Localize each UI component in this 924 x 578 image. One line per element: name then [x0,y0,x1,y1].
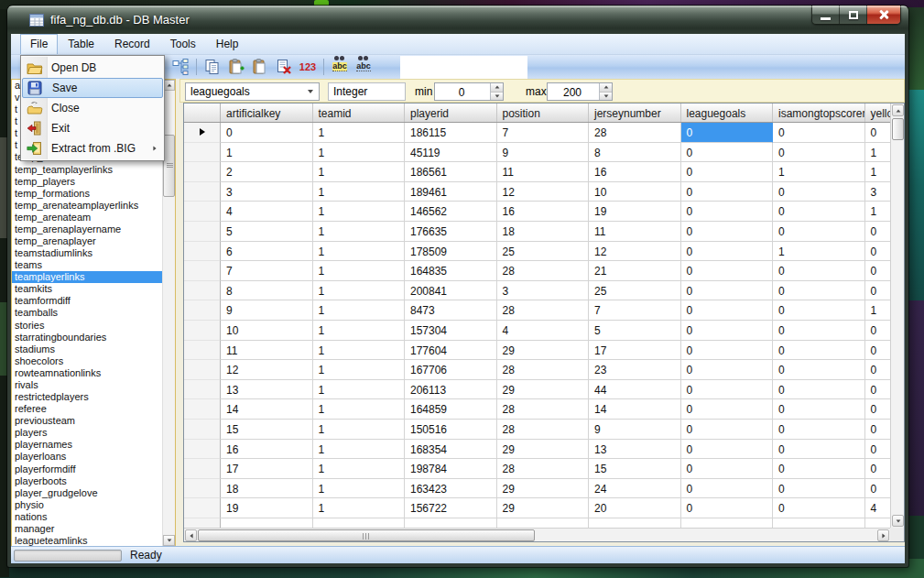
scroll-up-button[interactable] [892,104,904,116]
grid-cell-artificialkey[interactable]: 16 [221,440,313,460]
grid-cell-playerid[interactable]: 178509 [405,242,497,262]
row-header[interactable] [184,360,221,380]
max-spin-up[interactable] [600,83,612,93]
row-header[interactable] [184,479,221,499]
grid-cell-teamid[interactable]: 1 [313,281,406,301]
scrollbar-thumb[interactable] [198,529,535,541]
grid-cell-isamongtopscorers[interactable]: 0 [773,123,865,143]
grid-cell-yellowcards[interactable]: 1 [865,300,891,321]
close-button[interactable] [867,5,900,24]
table-item-teamformdiff[interactable]: teamformdiff [12,295,162,307]
title-bar[interactable]: fifa_ng_db.db - DB Master [7,5,908,34]
table-item-teamstadiumlinks[interactable]: teamstadiumlinks [12,247,162,259]
table-item-playerformdiff[interactable]: playerformdiff [12,463,162,475]
grid-cell-yellowcards[interactable]: 0 [865,242,891,262]
table-item-temp_arenateamplayerlinks[interactable]: temp_arenateamplayerlinks [12,200,162,212]
find-replace-icon[interactable]: abc [330,57,350,77]
row-header[interactable] [184,399,221,420]
scroll-right-button[interactable] [877,529,889,541]
grid-cell-teamid[interactable]: 1 [313,162,406,182]
grid-cell-yellowcards[interactable]: 0 [865,360,891,380]
grid-cell-leaguegoals[interactable]: 0 [681,242,774,262]
table-item-stories[interactable]: stories [12,320,162,332]
grid-cell-isamongtopscorers[interactable]: 0 [773,498,865,518]
grid-cell-jerseynumber[interactable]: 25 [589,281,681,301]
find-icon[interactable]: abc [353,57,374,77]
row-header[interactable] [184,498,221,518]
max-spin-down[interactable] [600,93,612,101]
scroll-down-button[interactable] [163,535,175,546]
grid-cell-leaguegoals[interactable]: 0 [681,498,774,518]
grid-cell-artificialkey[interactable]: 18 [221,479,313,499]
grid-cell-playerid[interactable]: 45119 [405,143,497,163]
paste-add-icon[interactable] [226,57,246,77]
table-item-teams[interactable]: teams [12,259,162,271]
grid-cell-position[interactable]: 28 [497,360,590,380]
grid-cell-playerid[interactable]: 164859 [405,399,497,420]
grid-cell-jerseynumber[interactable]: 12 [589,242,681,262]
grid-cell-position[interactable]: 3 [497,281,590,301]
grid-cell-leaguegoals[interactable]: 0 [681,440,774,460]
table-item-previousteam[interactable]: previousteam [12,415,162,427]
grid-cell-yellowcards[interactable]: 4 [865,498,891,518]
grid-cell-yellowcards[interactable]: 1 [865,162,891,182]
grid-cell-leaguegoals[interactable]: 0 [681,162,774,182]
grid-cell-jerseynumber[interactable]: 28 [589,123,681,143]
grid-cell-teamid[interactable]: 1 [313,242,406,262]
grid-cell-leaguegoals[interactable]: 0 [681,202,774,222]
grid-cell-yellowcards[interactable]: 0 [865,420,891,440]
grid-cell-isamongtopscorers[interactable]: 0 [773,459,865,479]
column-header-yellowcards[interactable]: yellowcards [865,104,891,122]
grid-cell-jerseynumber[interactable]: 19 [589,202,681,222]
grid-cell-artificialkey[interactable]: 1 [221,143,313,163]
grid-cell-artificialkey[interactable]: 11 [221,341,313,361]
grid-cell-yellowcards[interactable]: 0 [865,341,891,361]
grid-cell-leaguegoals[interactable]: 0 [681,222,774,242]
grid-cell-position[interactable]: 29 [497,341,590,361]
grid-cell-yellowcards[interactable]: 0 [865,281,891,301]
menu-file[interactable]: File [20,34,58,54]
row-header[interactable] [184,261,221,281]
paste-icon[interactable] [250,57,270,77]
row-header[interactable] [184,242,221,262]
table-item-player_grudgelove[interactable]: player_grudgelove [12,487,162,499]
grid-cell-position[interactable]: 28 [497,261,590,281]
column-header-position[interactable]: position [497,104,590,122]
column-header-isamongtopscorers[interactable]: isamongtopscorers [773,104,865,122]
grid-cell-yellowcards[interactable]: 0 [865,380,891,400]
row-header[interactable] [184,420,221,440]
row-header[interactable] [184,440,221,460]
grid-cell-jerseynumber[interactable]: 11 [589,222,681,242]
grid-cell-teamid[interactable]: 1 [313,459,406,479]
grid-cell-yellowcards[interactable]: 1 [865,202,891,222]
grid-cell-artificialkey[interactable]: 0 [221,123,313,143]
file-menu-item-extract-from-big[interactable]: Extract from .BIG [22,138,163,158]
grid-cell-isamongtopscorers[interactable]: 0 [773,341,865,361]
grid-cell-position[interactable]: 28 [497,420,590,440]
grid-cell-isamongtopscorers[interactable]: 1 [773,162,865,182]
row-header[interactable] [184,321,221,341]
table-item-temp_teamplayerlinks[interactable]: temp_teamplayerlinks [12,164,162,176]
grid-cell-yellowcards[interactable]: 3 [865,182,891,202]
toolbar-search-box[interactable] [400,56,527,79]
filter-column-select[interactable]: leaguegoals [185,82,320,101]
grid-cell-yellowcards[interactable]: 1 [865,143,891,163]
table-item-temp_arenaplayer[interactable]: temp_arenaplayer [12,235,162,247]
file-menu-item-save[interactable]: Save [22,78,163,98]
grid-cell-position[interactable]: 28 [497,459,590,479]
grid-cell-teamid[interactable]: 1 [313,380,406,400]
grid-cell-teamid[interactable]: 1 [313,360,406,380]
grid-cell-jerseynumber[interactable]: 44 [589,380,681,400]
grid-cell-jerseynumber[interactable]: 13 [589,440,681,460]
max-spinner[interactable]: 200 [547,82,613,101]
grid-cell-playerid[interactable]: 198784 [405,459,497,479]
table-item-stadiums[interactable]: stadiums [12,344,162,355]
grid-cell-position[interactable]: 11 [497,162,590,182]
grid-cell-playerid[interactable]: 156722 [405,498,497,518]
grid-cell-artificialkey[interactable]: 2 [221,162,313,182]
copy-icon[interactable] [202,57,223,77]
min-spinner[interactable]: 0 [434,82,504,101]
grid-cell-position[interactable]: 29 [497,440,590,460]
grid-cell-isamongtopscorers[interactable]: 0 [773,420,865,440]
grid-cell-isamongtopscorers[interactable]: 0 [773,399,865,420]
